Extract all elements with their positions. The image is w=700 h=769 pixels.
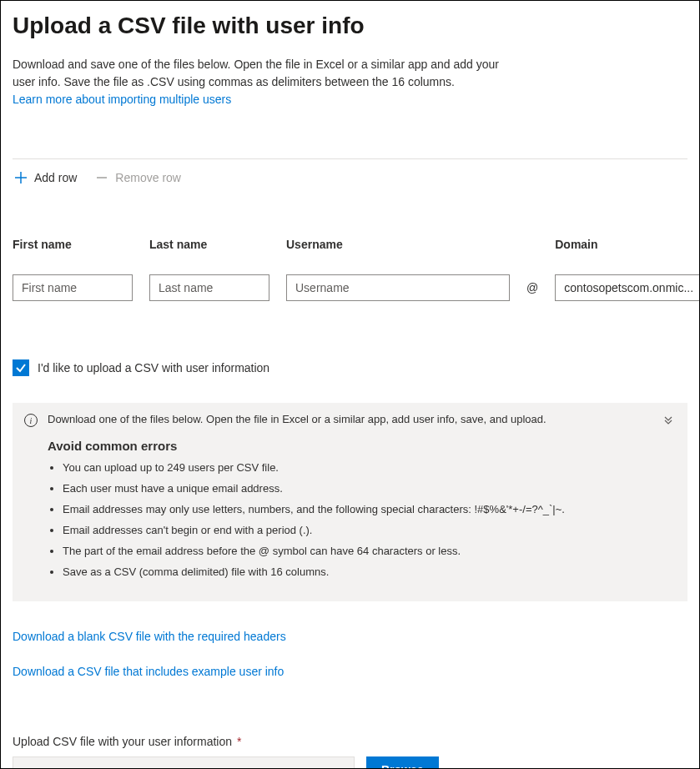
remove-row-button: Remove row [93,168,183,188]
divider [13,158,687,159]
required-indicator: * [237,735,241,748]
description-line2: user info. Save the file as .CSV using c… [13,75,455,88]
username-input[interactable] [286,274,510,301]
minus-icon [95,171,108,184]
avoid-errors-heading: Avoid common errors [48,439,676,453]
info-lead-text: Download one of the files below. Open th… [48,413,546,425]
info-panel: i Download one of the files below. Open … [13,403,687,601]
last-name-label: Last name [149,238,269,251]
first-name-input[interactable] [13,274,133,301]
learn-more-link[interactable]: Learn more about importing multiple user… [13,93,231,106]
first-name-label: First name [13,238,133,251]
info-list-item: Email addresses may only use letters, nu… [63,503,676,515]
plus-icon [14,171,28,184]
user-form-row: First name Last name Username @ Domain c… [13,238,687,301]
browse-button[interactable]: Browse [366,756,439,769]
page-title: Upload a CSV file with user info [13,13,687,39]
download-blank-csv-link[interactable]: Download a blank CSV file with the requi… [13,630,687,643]
upload-file-path-display [13,756,355,769]
download-example-csv-link[interactable]: Download a CSV file that includes exampl… [13,665,687,678]
check-icon [15,362,27,374]
domain-label: Domain [555,238,700,251]
info-list: You can upload up to 249 users per CSV f… [48,461,676,578]
add-row-button[interactable]: Add row [13,168,78,188]
description-line1: Download and save one of the files below… [13,58,499,71]
upload-csv-checkbox[interactable] [13,359,29,376]
username-label: Username [286,238,510,251]
at-symbol: @ [526,281,538,301]
upload-file-label: Upload CSV file with your user informati… [13,735,232,748]
info-list-item: Save as a CSV (comma delimited) file wit… [63,565,676,578]
domain-select[interactable]: contosopetscom.onmic... [555,274,700,301]
info-list-item: The part of the email address before the… [63,545,676,557]
info-icon: i [24,414,38,427]
double-chevron-down-icon [662,415,674,426]
domain-value: contosopetscom.onmic... [564,281,693,294]
info-list-item: Email addresses can't begin or end with … [63,524,676,536]
info-list-item: Each user must have a unique email addre… [63,482,676,495]
upload-csv-checkbox-label: I'd like to upload a CSV with user infor… [38,361,269,374]
info-list-item: You can upload up to 249 users per CSV f… [63,461,676,474]
remove-row-label: Remove row [115,171,181,184]
last-name-input[interactable] [149,274,269,301]
add-row-label: Add row [34,171,77,184]
collapse-panel-button[interactable] [661,413,676,430]
